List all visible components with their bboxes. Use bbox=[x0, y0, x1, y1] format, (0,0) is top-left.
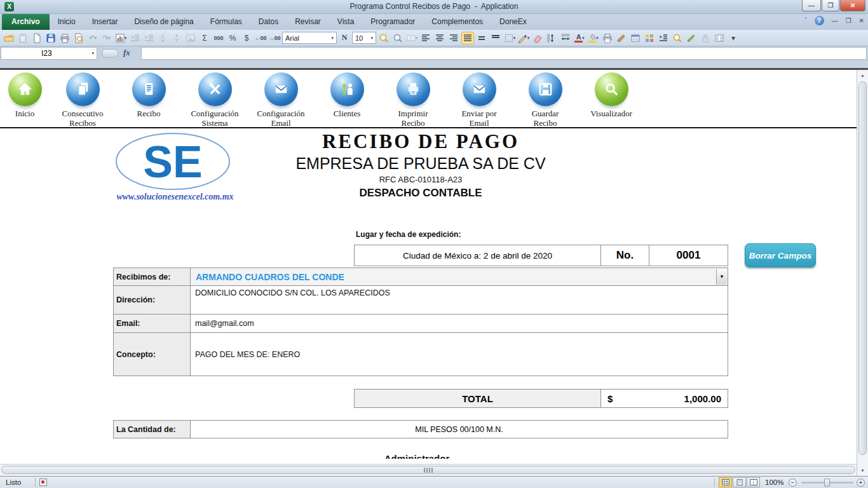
format-table-icon[interactable] bbox=[629, 32, 642, 44]
number-value[interactable]: 0001 bbox=[649, 245, 728, 266]
window-restore-button[interactable]: ❐ bbox=[822, 0, 839, 11]
percent-format-icon[interactable]: % bbox=[226, 32, 239, 44]
imprimir-recibo-button[interactable]: ImprimirRecibo bbox=[380, 72, 446, 128]
font-color-icon[interactable]: A▾ bbox=[573, 32, 586, 44]
horizontal-scroll-thumb[interactable] bbox=[1, 466, 855, 474]
consecutivo-recibos-button[interactable]: ConsecutivoRecibos bbox=[50, 72, 116, 128]
name-box-dropdown-icon[interactable]: ▾ bbox=[92, 51, 94, 56]
normal-view-icon[interactable] bbox=[719, 477, 732, 487]
record-macro-icon[interactable] bbox=[39, 478, 47, 486]
visualizador-button[interactable]: Visualizador bbox=[578, 72, 644, 118]
printer-icon bbox=[397, 72, 430, 106]
open-icon[interactable] bbox=[3, 32, 15, 44]
toolbar-options-icon[interactable]: ▾ bbox=[727, 32, 740, 44]
enviar-por-email-button[interactable]: Enviar porEmail bbox=[446, 72, 512, 128]
zoom-in-icon[interactable] bbox=[377, 32, 390, 44]
new-document-icon[interactable] bbox=[31, 32, 43, 44]
font-size-select[interactable]: 10▾ bbox=[352, 32, 376, 44]
align-right-icon[interactable] bbox=[447, 32, 460, 44]
insert-function-icon[interactable]: fx bbox=[123, 48, 130, 58]
zoom-out-button[interactable]: − bbox=[789, 478, 797, 487]
window-close-button[interactable]: ✕ bbox=[840, 0, 865, 11]
workbook-close-icon[interactable]: ✕ bbox=[859, 17, 864, 24]
application-window: X Programa Control Recibos de Pago - App… bbox=[0, 0, 868, 488]
guardar-recibo-button[interactable]: GuardarRecibo bbox=[512, 72, 578, 128]
expedition-label: Lugar y fecha de expedición: bbox=[356, 230, 461, 239]
print-area-icon[interactable] bbox=[601, 32, 614, 44]
tab-programador[interactable]: Programador bbox=[362, 14, 423, 30]
borders-icon[interactable]: ▾ bbox=[503, 32, 516, 44]
zoom-slider-thumb[interactable] bbox=[824, 478, 830, 487]
find-icon[interactable] bbox=[671, 32, 684, 44]
erase-border-icon[interactable] bbox=[531, 32, 544, 44]
clean-format-brush-icon[interactable] bbox=[615, 32, 628, 44]
currency-format-icon[interactable]: $ bbox=[240, 32, 253, 44]
magnifier-icon bbox=[595, 72, 628, 106]
cell-styles-icon[interactable] bbox=[643, 32, 656, 44]
zoom-out-icon[interactable] bbox=[391, 32, 404, 44]
increase-indent-icon[interactable] bbox=[657, 32, 670, 44]
name-box[interactable]: I23 ▾ bbox=[1, 47, 97, 60]
font-name-select[interactable]: Arial▾ bbox=[282, 32, 337, 44]
direccion-field[interactable]: DOMICILIO CONOCIDO S/N COL. LOS APARECID… bbox=[190, 285, 728, 315]
align-top-icon[interactable] bbox=[489, 32, 502, 44]
align-left-icon[interactable] bbox=[419, 32, 432, 44]
draw-border-icon[interactable]: ▾ bbox=[517, 32, 530, 44]
page-layout-view-icon[interactable] bbox=[733, 477, 746, 487]
send-email-icon bbox=[463, 72, 496, 106]
help-icon[interactable]: ? bbox=[815, 16, 824, 25]
autosum-icon[interactable]: Σ bbox=[198, 32, 211, 44]
chevron-down-icon[interactable]: ▼ bbox=[716, 269, 727, 285]
increase-decimal-icon[interactable]: ←00 bbox=[254, 32, 267, 44]
align-center-icon[interactable] bbox=[433, 32, 446, 44]
tab-insertar[interactable]: Insertar bbox=[84, 14, 126, 30]
formula-input[interactable] bbox=[141, 47, 867, 60]
clear-fields-button[interactable]: Borrar Campos bbox=[745, 243, 816, 268]
recibimos-de-combobox[interactable]: ARMANDO CUADROS DEL CONDE ▼ bbox=[190, 268, 728, 286]
zoom-in-button[interactable]: + bbox=[857, 478, 865, 487]
properties-icon[interactable] bbox=[713, 32, 726, 44]
tab-formulas[interactable]: Fórmulas bbox=[202, 14, 250, 30]
collapse-ribbon-icon[interactable]: ˇ bbox=[804, 17, 806, 24]
scroll-down-icon[interactable]: ▼ bbox=[857, 465, 868, 476]
tab-archivo[interactable]: Archivo bbox=[2, 14, 50, 30]
workbook-minimize-icon[interactable]: — bbox=[832, 17, 838, 24]
configuracion-email-button[interactable]: ConfiguraciónEmail bbox=[248, 72, 314, 128]
vertical-scroll-thumb[interactable] bbox=[858, 81, 867, 455]
concepto-field[interactable]: PAGO DEL MES DE: ENERO bbox=[190, 332, 728, 376]
window-minimize-button[interactable]: — bbox=[802, 0, 821, 11]
tab-complementos[interactable]: Complementos bbox=[423, 14, 491, 30]
save-icon[interactable] bbox=[44, 32, 57, 44]
place-date-field[interactable]: Ciudad de México a: 2 de abril de 2020 bbox=[354, 245, 601, 266]
tab-revisar[interactable]: Revisar bbox=[287, 14, 329, 30]
tab-vista[interactable]: Vista bbox=[329, 14, 362, 30]
cantidad-en-letra-field[interactable]: MIL PESOS 00/100 M.N. bbox=[190, 420, 728, 438]
scroll-up-icon[interactable]: ▲ bbox=[857, 70, 868, 81]
insert-chart-icon[interactable]: ▾ bbox=[114, 32, 127, 44]
tab-datos[interactable]: Datos bbox=[250, 14, 287, 30]
thousands-format-icon[interactable]: 000 bbox=[212, 32, 225, 44]
workbook-restore-icon[interactable]: ❐ bbox=[846, 17, 851, 24]
design-mode-icon[interactable] bbox=[685, 32, 698, 44]
company-name: EMPRESA DE PRUEBA SA DE CV bbox=[113, 154, 728, 173]
decrease-decimal-icon[interactable]: →00 bbox=[268, 32, 281, 44]
justify-icon[interactable] bbox=[461, 32, 474, 44]
print-preview-icon[interactable] bbox=[72, 32, 85, 44]
vertical-scrollbar[interactable]: ▲ ▼ bbox=[857, 70, 868, 476]
bold-button[interactable]: N bbox=[338, 32, 351, 44]
horizontal-scrollbar[interactable] bbox=[0, 464, 857, 476]
tab-diseno-de-pagina[interactable]: Diseño de página bbox=[126, 14, 201, 30]
inicio-button[interactable]: Inicio bbox=[0, 72, 50, 118]
tab-doneex[interactable]: DoneEx bbox=[491, 14, 535, 30]
print-icon[interactable] bbox=[58, 32, 71, 44]
clientes-button[interactable]: Clientes bbox=[314, 72, 380, 118]
row-height-icon[interactable] bbox=[545, 32, 558, 44]
tab-inicio[interactable]: Inicio bbox=[50, 14, 84, 30]
align-middle-icon[interactable] bbox=[475, 32, 488, 44]
email-field[interactable]: mail@gmail.com bbox=[190, 314, 728, 333]
column-width-icon[interactable] bbox=[559, 32, 572, 44]
configuracion-sistema-button[interactable]: ConfiguraciónSistema bbox=[182, 72, 248, 128]
page-break-view-icon[interactable] bbox=[747, 477, 760, 487]
recibo-button[interactable]: Recibo bbox=[116, 72, 182, 118]
fill-color-icon[interactable]: ▾ bbox=[587, 32, 600, 44]
